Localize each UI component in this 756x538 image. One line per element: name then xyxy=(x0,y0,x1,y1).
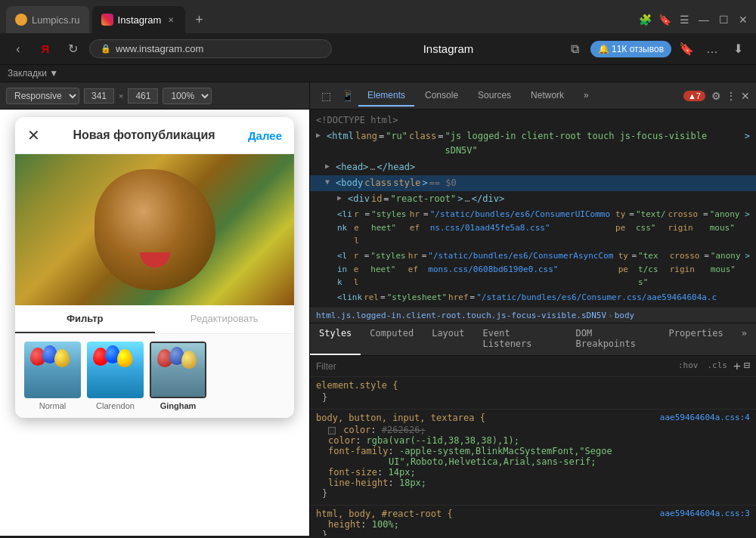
more-options-icon[interactable]: … xyxy=(702,39,723,60)
layout-tab[interactable]: Layout xyxy=(423,323,473,355)
tab-close-instagram[interactable]: ✕ xyxy=(166,14,176,25)
devtools-panel: ⬚ 📱 Elements Console Sources Network » ▲… xyxy=(310,82,756,536)
tab-console[interactable]: Console xyxy=(416,85,467,107)
instagram-dialog: ✕ Новая фотопубликация Далее xyxy=(15,117,294,418)
edit-tab[interactable]: Редактировать xyxy=(155,305,295,333)
styles-panel: Styles Computed Layout Event Listeners D… xyxy=(310,323,756,536)
bookmark-icon[interactable]: 🔖 xyxy=(658,13,671,26)
prop-font-size: font-size: 14px; xyxy=(316,467,750,478)
event-listeners-tab[interactable]: Event Listeners xyxy=(474,323,567,355)
zoom-selector[interactable]: 100% xyxy=(163,88,212,104)
rule-source-html[interactable]: aae59464604a.css:3 xyxy=(660,509,750,518)
back-button[interactable]: ‹ xyxy=(8,39,29,60)
tab-label-lumpics: Lumpics.ru xyxy=(32,14,80,26)
photo-preview xyxy=(15,154,294,305)
yandex-icon[interactable]: Я xyxy=(35,39,56,60)
prop-line-height: line-height: 18px; xyxy=(316,478,750,488)
html-line-reactroot[interactable]: ▶ <div id="react-root" >…</div> xyxy=(310,191,756,207)
filter-item-clarendon[interactable]: Clarendon xyxy=(87,342,144,410)
dialog-next-button[interactable]: Далее xyxy=(248,129,282,142)
bookmark-page-icon[interactable]: 🔖 xyxy=(676,39,697,60)
prop-color: color: rgba(var(--i1d,38,38,38),1); xyxy=(316,435,750,446)
prop-font-family: font-family: -apple-system,BlinkMacSyste… xyxy=(316,446,750,467)
properties-tab[interactable]: Properties xyxy=(660,323,733,355)
prop-height: height: 100%; xyxy=(316,519,750,530)
filter-thumbnails-row: Normal Clarendon xyxy=(15,334,294,418)
html-line-doctype: <!DOCTYPE html> xyxy=(310,113,756,128)
filter-buttons: :hov .cls + ⊟ xyxy=(675,359,750,373)
tab-bar: Lumpics.ru Instagram ✕ + 🧩 🔖 ☰ — ☐ ✕ xyxy=(0,0,756,33)
rule-close-element: } xyxy=(316,392,750,406)
breadcrumb-html[interactable]: html.js.logged-in.client-root.touch.js-f… xyxy=(316,311,606,320)
inspector-icon[interactable]: ⬚ xyxy=(316,86,336,106)
viewport-content: ✕ Новая фотопубликация Далее xyxy=(0,110,309,536)
extensions-icon[interactable]: 🧩 xyxy=(638,13,652,26)
dom-breakpoints-tab[interactable]: DOM Breakpoints xyxy=(567,323,660,355)
filter-thumb-gingham xyxy=(150,342,206,398)
width-input[interactable] xyxy=(84,88,114,104)
settings-icon[interactable]: ⚙ xyxy=(711,90,721,102)
filter-tab[interactable]: Фильтр xyxy=(15,305,155,333)
filter-name-normal: Normal xyxy=(39,401,66,410)
dimension-separator: × xyxy=(119,91,123,100)
styles-filter-input[interactable] xyxy=(316,361,669,372)
html-view: <!DOCTYPE html> ▶ <html lang="ru" class=… xyxy=(310,110,756,308)
tab-instagram[interactable]: Instagram ✕ xyxy=(92,6,186,33)
rule-source-body[interactable]: aae59464604a.css:4 xyxy=(660,413,750,422)
tab-elements[interactable]: Elements xyxy=(358,85,414,107)
tab-sources[interactable]: Sources xyxy=(469,85,520,107)
html-line-head[interactable]: ▶ <head>…</head> xyxy=(310,159,756,175)
filter-item-gingham[interactable]: Gingham xyxy=(150,342,206,410)
error-badge: ▲7 xyxy=(683,91,705,101)
cls-button[interactable]: .cls xyxy=(704,359,730,373)
hamburger-menu-icon[interactable]: ☰ xyxy=(677,13,691,26)
more-styles-tab[interactable]: » xyxy=(733,323,756,355)
html-line-html[interactable]: ▶ <html lang="ru" class="js logged-in cl… xyxy=(310,128,756,159)
lock-icon: 🔒 xyxy=(101,44,111,54)
url-input[interactable]: 🔒 www.instagram.com xyxy=(89,39,332,58)
html-line-body[interactable]: ▼ <body class style > == $0 xyxy=(310,175,756,191)
main-area: Responsive × 100% ✕ Новая фотопубликация… xyxy=(0,82,756,536)
styles-tab[interactable]: Styles xyxy=(310,323,361,355)
mobile-frame: ✕ Новая фотопубликация Далее xyxy=(0,110,309,536)
pip-icon[interactable]: ⧉ xyxy=(565,39,586,60)
prop-color-struck: color: #262626; xyxy=(316,425,750,435)
rule-selector-html-body: aae59464604a.css:3 html, body, #react-ro… xyxy=(316,509,750,519)
dialog-header: ✕ Новая фотопубликация Далее xyxy=(15,117,294,154)
styles-filter-row: :hov .cls + ⊟ xyxy=(310,356,756,377)
reload-button[interactable]: ↻ xyxy=(62,39,83,60)
tab-network[interactable]: Network xyxy=(522,85,573,107)
minimize-icon[interactable]: — xyxy=(697,13,711,26)
dialog-close-button[interactable]: ✕ xyxy=(27,126,40,144)
filter-item-normal[interactable]: Normal xyxy=(24,342,81,410)
bookmarks-label[interactable]: Закладки ▼ xyxy=(8,68,58,79)
devtools-toolbar: ⬚ 📱 Elements Console Sources Network » ▲… xyxy=(310,82,756,110)
rule-close-body: } xyxy=(316,488,750,502)
tab-more[interactable]: » xyxy=(575,85,598,107)
computed-tab[interactable]: Computed xyxy=(361,323,423,355)
review-label: 🔔 11К отзывов xyxy=(598,44,664,54)
devtools-close-icon[interactable]: ✕ xyxy=(741,90,750,102)
devtools-more-icon[interactable]: ⋮ xyxy=(726,90,736,102)
maximize-icon[interactable]: ☐ xyxy=(717,13,730,26)
styles-subtabs: Styles Computed Layout Event Listeners D… xyxy=(310,323,756,356)
hov-button[interactable]: :hov xyxy=(675,359,702,373)
new-tab-button[interactable]: + xyxy=(188,9,209,30)
rule-selector-body: aae59464604a.css:4 body, button, input, … xyxy=(316,413,750,423)
review-button[interactable]: 🔔 11К отзывов xyxy=(590,41,671,57)
tab-lumpics[interactable]: Lumpics.ru xyxy=(6,6,89,33)
height-input[interactable] xyxy=(128,88,158,104)
breadcrumb-body[interactable]: body xyxy=(615,311,635,320)
add-style-button[interactable]: + xyxy=(733,359,741,373)
device-mode-icon[interactable]: 📱 xyxy=(337,86,357,106)
download-icon[interactable]: ⬇ xyxy=(727,39,748,60)
device-toolbar: Responsive × 100% xyxy=(0,82,309,110)
filter-name-gingham: Gingham xyxy=(160,401,197,410)
tab-favicon-lumpics xyxy=(15,14,27,26)
url-text: www.instagram.com xyxy=(116,43,203,54)
toggle-button[interactable]: ⊟ xyxy=(744,359,750,373)
doctype-text: <!DOCTYPE html> xyxy=(316,113,398,128)
browser-viewport: Responsive × 100% ✕ Новая фотопубликация… xyxy=(0,82,310,536)
device-selector[interactable]: Responsive xyxy=(6,88,79,104)
close-window-icon[interactable]: ✕ xyxy=(736,13,750,26)
